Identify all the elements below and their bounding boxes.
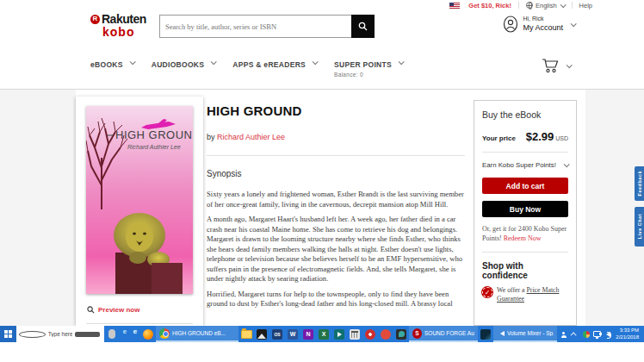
buy-now-button[interactable]: Buy Now — [482, 201, 568, 217]
divider — [518, 2, 519, 9]
cart-icon — [541, 56, 560, 75]
rakuten-kobo-logo[interactable]: R Rakuten kobo — [90, 13, 146, 38]
us-flag-icon[interactable] — [449, 3, 460, 9]
promo-link[interactable]: Get $10, Rick! — [468, 2, 511, 9]
book-author-line: by Richard Authier Lee — [207, 133, 285, 141]
onenote-icon[interactable]: N — [300, 326, 316, 342]
chevron-down-icon — [571, 21, 577, 27]
taskbar-mouse-app-icon[interactable] — [104, 326, 120, 342]
earn-points-toggle[interactable]: Earn Kobo Super Points! — [482, 161, 568, 169]
windows-logo-icon — [4, 330, 12, 338]
search-bar — [159, 15, 375, 38]
chevron-down-icon — [560, 2, 566, 8]
media-player-icon[interactable] — [362, 326, 378, 342]
chevron-down-icon — [564, 161, 570, 167]
chrome-icon — [159, 328, 170, 339]
account-person-icon — [503, 16, 518, 33]
book-cover-image[interactable]: HIGH GROUND Richard Authier Lee — [86, 106, 193, 294]
preview-magnifier-icon — [87, 306, 95, 314]
taskbar-search-box[interactable]: Type here to search — [16, 326, 104, 342]
content-area: HIGH GROUND Richard Authier Lee — [0, 90, 644, 326]
cart-button[interactable] — [541, 56, 571, 75]
language-selector[interactable]: English — [536, 2, 557, 9]
volume-mixer-window-button[interactable]: Volume Mixer - Sp... — [493, 326, 557, 342]
divider — [482, 252, 568, 253]
buy-box: Buy the eBook Your price $2.99USD Earn K… — [474, 100, 577, 326]
synopsis-paragraph: Sixty years a lonely and frightened woma… — [207, 190, 465, 209]
shop-confidence-heading: Shop with confidence — [482, 261, 568, 280]
feedback-tab[interactable]: Feedback — [635, 166, 644, 201]
microphone-icon[interactable] — [75, 332, 100, 337]
system-tray: 3:33 PM 2/21/2018 — [560, 326, 644, 342]
chevron-down-icon — [313, 59, 319, 65]
chevron-down-icon — [129, 59, 135, 65]
cover-author-text: Richard Authier Lee — [127, 144, 181, 150]
price-match-text: We offer a Price Match Guarantee — [497, 286, 568, 303]
account-menu[interactable]: Hi, Rick My Account — [503, 16, 575, 33]
calculator-icon[interactable] — [347, 326, 362, 342]
edge-icon[interactable]: e — [120, 326, 130, 336]
synopsis-text: Sixty years a lonely and frightened woma… — [207, 190, 465, 315]
movies-tv-icon[interactable] — [331, 326, 347, 342]
divider — [207, 155, 465, 156]
os-app-icon[interactable]: OS — [269, 326, 285, 342]
clock-time: 3:33 PM — [616, 328, 639, 334]
divider — [86, 323, 193, 324]
speaker-icon — [500, 331, 505, 336]
main-nav: eBOOKS AUDIOBOOKS APPS & eREADERS SUPER … — [0, 51, 644, 89]
synopsis-paragraph: Horrified, Margaret turns for help to th… — [207, 290, 465, 309]
currency-code: USD — [555, 135, 568, 141]
chrome-window-label: HIGH GROUND eB... — [172, 330, 226, 336]
cortana-icon — [19, 331, 46, 338]
my-account-label: My Account — [523, 23, 563, 33]
tray-app-icon[interactable] — [582, 331, 590, 338]
live-chat-tab[interactable]: Live Chat — [635, 207, 644, 247]
chrome-window-button[interactable]: HIGH GROUND eB... — [156, 326, 238, 342]
divider — [572, 2, 573, 9]
price-label: Your price — [482, 134, 516, 142]
windows-taskbar: Type here to search e e HIGH GROUND eB..… — [0, 326, 644, 342]
redeem-now-link[interactable]: Redeem Now — [504, 234, 542, 242]
rakuten-r-icon: R — [90, 15, 100, 24]
site-header: R Rakuten kobo Hi, Rick My Account — [0, 10, 644, 51]
image-viewer-icon[interactable] — [478, 326, 493, 342]
preview-now-link[interactable]: Preview now — [87, 306, 139, 314]
book-card: HIGH GROUND Richard Authier Lee — [76, 97, 203, 326]
file-explorer-icon[interactable] — [238, 326, 254, 342]
nav-audiobooks[interactable]: AUDIOBOOKS — [152, 60, 216, 78]
clock-date: 2/21/2018 — [616, 334, 639, 341]
author-link[interactable]: Richard Authier Lee — [217, 133, 285, 141]
word-icon[interactable]: W — [285, 326, 300, 342]
nav-ebooks[interactable]: eBOOKS — [90, 60, 134, 78]
photos-icon[interactable] — [254, 326, 269, 342]
logo-kobo-text: kobo — [102, 26, 146, 38]
soundforge-window-button[interactable]: S SOUND FORGE Au... — [409, 326, 478, 342]
kobo-book-page: Get $10, Rick! English Help R Rakuten ko… — [0, 0, 644, 362]
nav-super-points[interactable]: SUPER POINTS Balance: 0 — [334, 60, 403, 78]
chevron-down-icon — [211, 59, 217, 65]
synopsis-heading: Synopsis — [207, 169, 242, 178]
volume-mixer-label: Volume Mixer - Sp... — [507, 330, 554, 336]
price-match-badge-icon: ✓ — [482, 287, 492, 297]
internet-explorer-icon[interactable]: e — [130, 326, 140, 336]
buy-box-heading: Buy the eBook — [482, 109, 568, 120]
logo-rakuten-text: Rakuten — [102, 13, 146, 25]
soundforge-window-label: SOUND FORGE Au... — [424, 330, 474, 336]
image-editor-icon[interactable] — [393, 326, 409, 342]
start-button[interactable] — [0, 326, 16, 342]
red-app-icon[interactable] — [378, 326, 393, 342]
firefox-icon[interactable] — [140, 326, 156, 342]
taskbar-clock[interactable]: 3:33 PM 2/21/2018 — [616, 328, 641, 340]
add-to-cart-button[interactable]: Add to cart — [482, 178, 568, 194]
points-balance: Balance: 0 — [334, 72, 392, 78]
volume-tray-icon[interactable] — [604, 332, 612, 337]
excel-icon[interactable]: X — [316, 326, 331, 342]
divider — [482, 152, 568, 153]
search-input[interactable] — [160, 16, 351, 37]
search-button[interactable] — [351, 15, 375, 38]
nav-apps-ereaders[interactable]: APPS & eREADERS — [232, 60, 317, 78]
people-tray-icon[interactable] — [560, 332, 567, 337]
tray-expand-chevron-icon[interactable] — [571, 332, 579, 336]
help-link[interactable]: Help — [579, 2, 592, 9]
synopsis-paragraph: A month ago, Margaret Haart's husband le… — [207, 215, 465, 284]
